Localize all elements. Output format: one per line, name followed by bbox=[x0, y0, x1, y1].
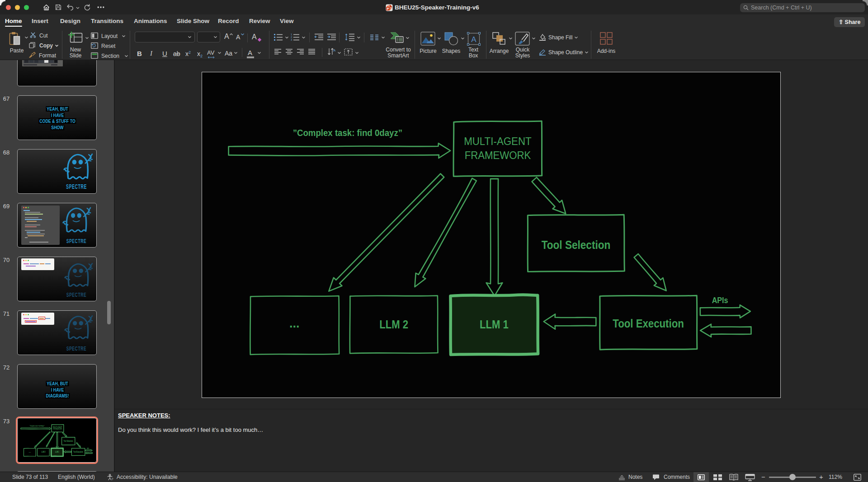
svg-text:?: ? bbox=[112, 477, 113, 481]
svg-text:3: 3 bbox=[291, 38, 292, 41]
svg-text:A: A bbox=[471, 35, 476, 44]
svg-text:P: P bbox=[387, 7, 389, 11]
svg-text:A: A bbox=[333, 48, 335, 52]
